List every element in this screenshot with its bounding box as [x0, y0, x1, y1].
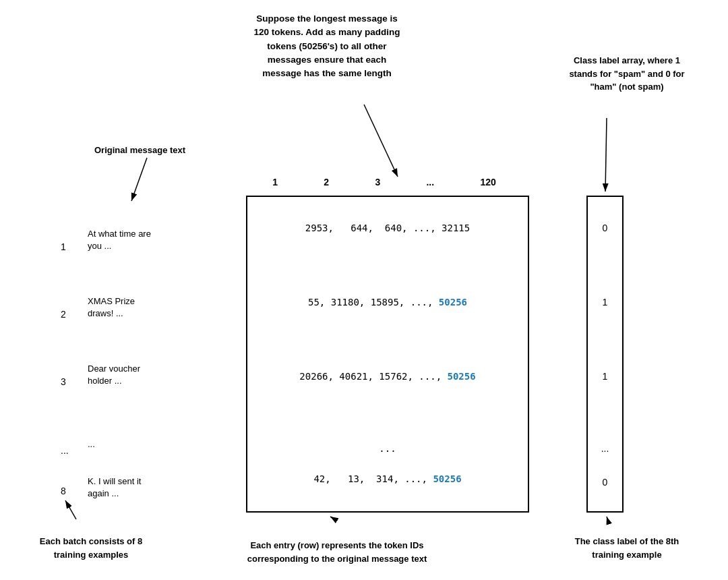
bottom-right-annotation: The class label of the 8th training exam…	[566, 535, 688, 561]
row-num-8: 8	[61, 486, 66, 496]
row-2-tokens: 55, 31180, 15895, ...,	[308, 297, 439, 308]
class-label-dots: ...	[588, 443, 622, 454]
table-row-2: 55, 31180, 15895, ..., 50256	[247, 297, 528, 308]
main-matrix-table: 2953, 644, 640, ..., 32115 55, 31180, 15…	[246, 196, 529, 513]
col-header-dots: ...	[426, 177, 434, 187]
table-row-dots: ...	[247, 443, 528, 454]
row-8-pad: 50256	[433, 473, 461, 484]
msg-text-1: At what time areyou ...	[88, 228, 151, 252]
svg-line-3	[131, 158, 147, 201]
row-2-pad: 50256	[439, 297, 467, 308]
bottom-center-annotation: Each entry (row) represents the token ID…	[236, 539, 438, 565]
class-label-8: 0	[588, 477, 622, 488]
table-row-1: 2953, 644, 640, ..., 32115	[247, 223, 528, 233]
msg-text-3: Dear voucherholder ...	[88, 363, 140, 387]
class-label-2: 1	[588, 297, 622, 308]
row-3-tokens: 20266, 40621, 15762, ...,	[299, 371, 447, 382]
table-row-8: 42, 13, 314, ..., 50256	[247, 473, 528, 484]
msg-text-2: XMAS Prizedraws! ...	[88, 295, 135, 320]
svg-line-6	[607, 517, 608, 521]
top-annotation: Suppose the longest message is 120 token…	[249, 12, 404, 80]
class-label-table: 0 1 1 ... 0	[586, 196, 624, 513]
original-message-label: Original message text	[94, 145, 185, 155]
row-num-dots: ...	[61, 445, 69, 456]
bottom-left-annotation: Each batch consists of 8 training exampl…	[37, 535, 145, 561]
column-headers: 1 2 3 ... 120	[249, 177, 519, 187]
msg-text-8: K. I will sent itagain ...	[88, 475, 141, 500]
row-1-tokens: 2953, 644, 640, ..., 32115	[305, 223, 470, 233]
row-3-pad: 50256	[448, 371, 476, 382]
row-8-tokens: 42, 13, 314, ...,	[313, 473, 433, 484]
class-label-1: 0	[588, 223, 622, 233]
svg-line-5	[330, 517, 337, 521]
row-num-2: 2	[61, 309, 66, 320]
col-header-120: 120	[480, 177, 495, 187]
dots-tokens: ...	[379, 443, 396, 454]
right-annotation: Class label array, where 1 stands for "s…	[566, 54, 688, 94]
row-num-1: 1	[61, 241, 66, 252]
diagram-container: Suppose the longest message is 120 token…	[0, 0, 728, 580]
svg-line-1	[364, 105, 398, 177]
col-header-1: 1	[272, 177, 278, 187]
row-num-3: 3	[61, 376, 66, 387]
msg-text-dots: ...	[88, 438, 95, 451]
col-header-2: 2	[324, 177, 329, 187]
svg-line-2	[605, 118, 607, 192]
table-row-3: 20266, 40621, 15762, ..., 50256	[247, 371, 528, 382]
class-label-3: 1	[588, 371, 622, 382]
col-header-3: 3	[375, 177, 380, 187]
svg-line-4	[65, 500, 76, 519]
